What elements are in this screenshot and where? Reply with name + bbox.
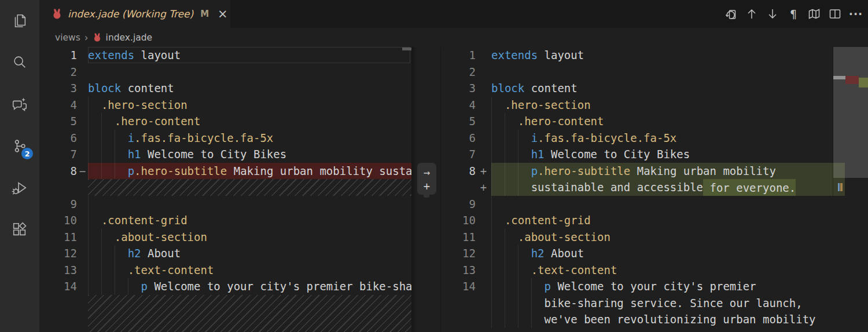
diff-gutter-marker	[476, 245, 491, 262]
line-number: 4	[441, 97, 476, 114]
breadcrumb-file[interactable]: index.jade	[106, 32, 153, 43]
code-token: About	[141, 247, 181, 260]
code-line[interactable]: .hero-content	[491, 113, 845, 130]
minimap-slider[interactable]	[833, 47, 868, 178]
diff-editor-original[interactable]: 1extends layout23block content4 .hero-se…	[39, 47, 411, 332]
extensions-icon[interactable]	[0, 209, 39, 250]
code-line[interactable]: .text-content	[88, 262, 411, 279]
editor-row: 5 .hero-content	[441, 113, 845, 130]
code-line[interactable]: extends layout	[491, 47, 845, 64]
diff-gutter-marker	[77, 212, 88, 229]
editor-row: 7 h1 Welcome to City Bikes	[441, 146, 845, 163]
line-number: 6	[39, 130, 77, 147]
indent-guide	[518, 278, 518, 295]
code-token: h2	[531, 247, 545, 260]
code-token: p	[141, 280, 148, 293]
code-line[interactable]: .text-content	[491, 262, 845, 279]
indent-guide	[491, 130, 492, 147]
code-line[interactable]	[491, 64, 845, 81]
code-line[interactable]: .about-section	[491, 229, 845, 246]
indent-guide	[505, 130, 505, 147]
code-line[interactable]: .content-grid	[88, 212, 411, 229]
code-line[interactable]: h2 About	[491, 245, 845, 262]
indent-guide	[505, 311, 505, 328]
code-line[interactable]: p Welcome to your city's premier	[491, 278, 845, 295]
diff-revert-arrow-icon[interactable]: →	[424, 166, 430, 178]
code-token: .text-content	[531, 264, 617, 276]
code-line[interactable]: bike-sharing service. Since our launch,	[491, 295, 845, 312]
indent-guide	[88, 245, 89, 262]
code-token: .hero-subtitle	[134, 165, 227, 177]
more-actions-icon[interactable]: ···	[847, 5, 865, 23]
chat-icon[interactable]	[0, 83, 39, 125]
code-line[interactable]	[88, 196, 411, 213]
run-debug-icon[interactable]	[0, 167, 39, 209]
code-token: we've been revolutionizing urban mobilit…	[491, 313, 816, 326]
code-line[interactable]: p.hero-subtitle Making urban mobility	[491, 163, 845, 180]
breadcrumb-folder[interactable]: views	[55, 32, 80, 43]
indent-guide	[101, 245, 102, 262]
search-icon[interactable]	[0, 42, 39, 83]
diff-add-icon[interactable]: +	[424, 180, 430, 192]
code-line[interactable]	[491, 196, 845, 213]
tab-index-jade[interactable]: index.jade (Working Tree) M ×	[39, 0, 230, 28]
code-line[interactable]: .hero-section	[491, 97, 845, 114]
indent-guide	[115, 262, 115, 279]
code-line[interactable]: i.fas.fa-bicycle.fa-5x	[491, 130, 845, 147]
code-line[interactable]: h1 Welcome to City Bikes	[491, 146, 845, 163]
code-line[interactable]: block content	[491, 80, 845, 97]
code-token	[88, 247, 128, 260]
toggle-whitespace-icon[interactable]: ¶	[785, 5, 802, 23]
diff-gutter-marker	[476, 229, 491, 246]
code-token	[491, 132, 531, 144]
source-control-icon[interactable]: 2	[0, 125, 39, 167]
code-line[interactable]	[88, 64, 411, 81]
indent-guide	[518, 130, 518, 147]
indent-guide	[88, 130, 89, 147]
code-line[interactable]: .hero-section	[88, 97, 411, 114]
previous-change-icon[interactable]	[743, 5, 760, 23]
next-change-icon[interactable]	[764, 5, 781, 23]
line-number: 7	[441, 146, 476, 163]
editor-row	[39, 295, 411, 332]
diff-gutter-marker	[476, 64, 491, 81]
code-line[interactable]: p.hero-subtitle Making urban mobility su…	[88, 163, 411, 180]
indent-guide	[88, 278, 89, 295]
code-line[interactable]: we've been revolutionizing urban mobilit…	[491, 311, 845, 328]
diff-editor-modified[interactable]: 1extends layout23block content4 .hero-se…	[441, 47, 845, 332]
code-line[interactable]: sustainable and accessible for everyone.	[491, 179, 845, 196]
code-token: Making urban mobility sustaina	[227, 165, 411, 177]
map-icon[interactable]	[806, 5, 823, 23]
tab-close-icon[interactable]: ×	[218, 8, 228, 20]
revert-file-icon[interactable]	[722, 5, 740, 23]
code-line[interactable]: h2 About	[88, 245, 411, 262]
indent-guide	[88, 229, 89, 246]
line-number: 9	[441, 196, 476, 213]
code-token	[88, 132, 128, 144]
code-line[interactable]: extends layout	[88, 47, 411, 64]
diff-gutter-marker	[476, 212, 491, 229]
explorer-icon[interactable]	[0, 0, 39, 42]
code-token: .text-content	[128, 264, 214, 276]
line-number: 13	[39, 262, 77, 279]
code-token: for everyone.	[703, 179, 796, 196]
diff-gutter-marker	[476, 278, 491, 295]
code-line[interactable]: i.fas.fa-bicycle.fa-5x	[88, 130, 411, 147]
diff-gutter-marker	[77, 130, 88, 147]
code-line[interactable]: block content	[88, 80, 411, 97]
editor-row: 1extends layout	[39, 47, 411, 64]
code-line[interactable]: h1 Welcome to City Bikes	[88, 146, 411, 163]
diff-gutter-marker: +	[476, 163, 491, 180]
line-number: 2	[39, 64, 77, 81]
code-token: .hero-subtitle	[538, 165, 630, 177]
code-line[interactable]: .content-grid	[491, 212, 845, 229]
diff-filler-hatch	[88, 179, 411, 196]
code-line[interactable]: .hero-content	[88, 113, 411, 130]
indent-guide	[505, 146, 505, 163]
editor-row: 10 .content-grid	[39, 212, 411, 229]
split-editor-icon[interactable]	[826, 5, 844, 23]
code-line[interactable]: .about-section	[88, 229, 411, 246]
indent-guide	[115, 130, 115, 147]
code-token: h1	[531, 148, 545, 160]
code-line[interactable]: p Welcome to your city's premier bike-sh…	[88, 278, 411, 295]
